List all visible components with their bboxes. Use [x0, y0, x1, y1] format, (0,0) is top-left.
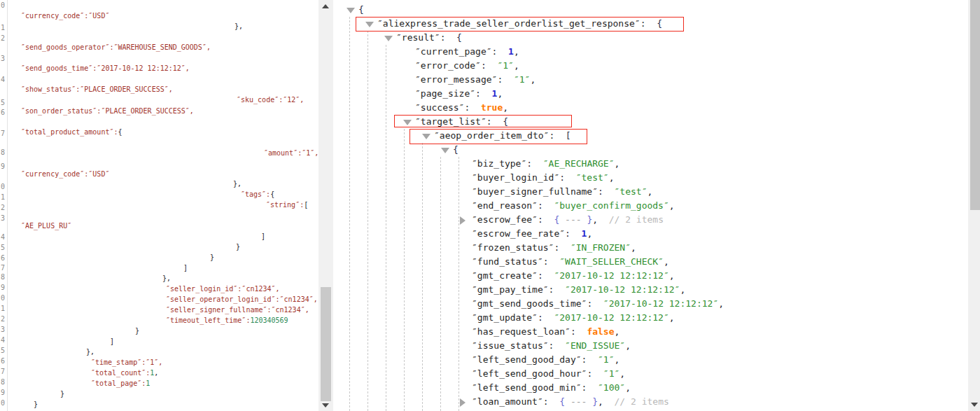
right-scrollbar[interactable]	[968, 0, 980, 411]
tree-row-left_send_good_day: ″left_send_good_day″: ″1″,	[0, 353, 968, 367]
collapse-toggle-icon[interactable]	[346, 8, 355, 13]
tree-row-result: ″result″: {	[0, 31, 968, 45]
highlight-box	[410, 129, 587, 144]
expand-toggle-icon[interactable]	[460, 216, 465, 225]
tree-row-biz_type: ″biz_type″: ″AE_RECHARGE″,	[0, 157, 968, 171]
tree-row-success: ″success″: true,	[0, 101, 968, 115]
tree-row-gmt_pay_time: ″gmt_pay_time″: ″2017-10-12 12:12:12″,	[0, 283, 968, 297]
highlight-box	[394, 115, 572, 127]
right-scrollbar-thumb[interactable]	[970, 0, 980, 210]
right-scrollbar-down-icon[interactable]	[971, 403, 978, 407]
tree-row-gmt_create: ″gmt_create″: ″2017-10-12 12:12:12″,	[0, 269, 968, 283]
tree-row: {	[0, 3, 968, 17]
tree-row-frozen_status: ″frozen_status″: ″IN_FROZEN″,	[0, 241, 968, 255]
tree-row-escrow_fee: ″escrow_fee″: { --- }, // 2 items	[0, 213, 968, 227]
collapse-toggle-icon[interactable]	[441, 148, 449, 153]
tree-row-error_code: ″error_code″: ″1″,	[0, 59, 968, 73]
tree-row-left_send_good_hour: ″left_send_good_hour″: ″1″,	[0, 367, 968, 381]
tree-row-issue_status: ″issue_status″: ″END_ISSUE″,	[0, 339, 968, 353]
highlight-box	[356, 17, 684, 32]
tree-row-buyer_signer_fullname: ″buyer_signer_fullname″: ″test″,	[0, 185, 968, 199]
tree-row-gmt_update: ″gmt_update″: ″2017-10-12 12:12:12″,	[0, 311, 968, 325]
tree-row-end_reason: ″end_reason″: ″buyer_confirm_goods″,	[0, 199, 968, 213]
tree-row-gmt_send_goods_time: ″gmt_send_goods_time″: ″2017-10-12 12:12…	[0, 297, 968, 311]
tree-row-error_message: ″error_message″: ″1″,	[0, 73, 968, 87]
tree-row-escrow_fee_rate: ″escrow_fee_rate″: 1,	[0, 227, 968, 241]
tree-row-buyer_login_id: ″buyer_login_id″: ″test″,	[0, 171, 968, 185]
tree-row-current_page: ″current_page″: 1,	[0, 45, 968, 59]
tree-row-loan_amount: ″loan_amount″: { --- }, // 2 items	[0, 395, 968, 409]
expand-toggle-icon[interactable]	[460, 398, 465, 407]
tree-row: {	[0, 143, 968, 157]
tree-row-has_request_loan: ″has_request_loan″: false,	[0, 325, 968, 339]
tree-row-page_size: ″page_size″: 1,	[0, 87, 968, 101]
tree-row-fund_status: ″fund_status″: ″WAIT_SELLER_CHECK″,	[0, 255, 968, 269]
tree-row-left_send_good_min: ″left_send_good_min″: ″100″,	[0, 381, 968, 395]
collapse-toggle-icon[interactable]	[384, 36, 393, 41]
